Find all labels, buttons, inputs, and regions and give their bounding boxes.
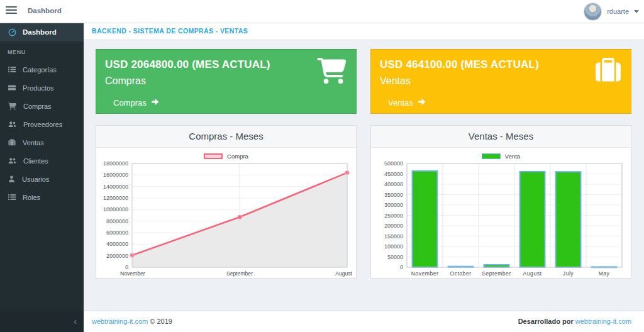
compras-link-label: Compras bbox=[113, 98, 147, 108]
footer-developer-link[interactable]: webtraining-it.com bbox=[575, 318, 631, 325]
ventas-title: Ventas bbox=[380, 75, 622, 87]
legend-swatch bbox=[204, 153, 223, 159]
svg-text:August: August bbox=[335, 270, 352, 277]
suitcase-icon bbox=[595, 58, 621, 86]
top-navbar: Dashbord rduarte bbox=[0, 0, 644, 23]
info-box-row: USD 2064800.00 (MES ACTUAL) Compras Comp… bbox=[96, 49, 631, 114]
ventas-link[interactable]: Ventas bbox=[388, 98, 426, 108]
user-menu[interactable]: rduarte bbox=[584, 0, 639, 23]
app-title: Dashbord bbox=[28, 7, 62, 14]
sidebar-item-usuarios[interactable]: Usuarios bbox=[0, 170, 84, 188]
footer-copyright: © 2019 bbox=[150, 318, 172, 325]
svg-text:250000: 250000 bbox=[384, 213, 402, 219]
svg-text:150000: 150000 bbox=[384, 233, 402, 240]
hamburger-icon[interactable] bbox=[6, 6, 17, 15]
svg-text:September: September bbox=[226, 270, 252, 277]
sidebar-item-proveedores[interactable]: Proveedores bbox=[0, 115, 84, 133]
chart-legend: Compra bbox=[96, 152, 356, 160]
caret-down-icon bbox=[634, 10, 639, 13]
content: USD 2064800.00 (MES ACTUAL) Compras Comp… bbox=[84, 40, 644, 311]
svg-text:350000: 350000 bbox=[384, 192, 402, 198]
sidebar-item-dashboard[interactable]: Dashbord bbox=[0, 23, 84, 42]
svg-text:300000: 300000 bbox=[384, 202, 402, 208]
footer-right: Desarrollado por webtraining-it.com bbox=[518, 311, 631, 331]
sidebar-item-clientes[interactable]: Clientes bbox=[0, 152, 84, 170]
footer-left: webtraining-it.com © 2019 bbox=[92, 311, 172, 331]
svg-text:August: August bbox=[523, 270, 541, 277]
svg-text:8000000: 8000000 bbox=[106, 218, 128, 224]
user-icon bbox=[8, 175, 15, 182]
panel-body: Venta 0500001000001500002000002500003000… bbox=[371, 148, 631, 279]
sidebar-item-label: Categorías bbox=[23, 66, 57, 74]
footer: webtraining-it.com © 2019 Desarrollado p… bbox=[84, 311, 644, 332]
svg-text:November: November bbox=[120, 270, 145, 277]
info-box-compras: USD 2064800.00 (MES ACTUAL) Compras Comp… bbox=[96, 49, 357, 114]
breadcrumb: BACKEND - SISTEMA DE COMPRAS - VENTAS bbox=[84, 23, 644, 40]
arrow-right-icon bbox=[151, 98, 160, 108]
compras-title: Compras bbox=[105, 75, 347, 87]
main-area: BACKEND - SISTEMA DE COMPRAS - VENTAS US… bbox=[84, 23, 644, 332]
sidebar-item-productos[interactable]: Productos bbox=[0, 79, 84, 97]
sidebar-item-ventas[interactable]: Ventas bbox=[0, 133, 84, 152]
sidebar: Dashbord MENU Categorías Productos Compr… bbox=[0, 23, 84, 332]
svg-text:16000000: 16000000 bbox=[103, 172, 128, 178]
users-icon bbox=[8, 121, 16, 128]
panel-ventas-meses: Ventas - Meses Venta 0500001000001500002… bbox=[370, 125, 631, 279]
list-icon bbox=[8, 66, 16, 73]
svg-text:18000000: 18000000 bbox=[103, 160, 128, 167]
sidebar-item-roles[interactable]: Roles bbox=[0, 188, 84, 206]
compras-link[interactable]: Compras bbox=[113, 98, 160, 108]
list-icon bbox=[8, 194, 16, 201]
svg-text:100000: 100000 bbox=[384, 243, 402, 250]
sidebar-item-label: Compras bbox=[23, 102, 52, 110]
panel-compras-meses: Compras - Meses Compra 02000000400000060… bbox=[96, 125, 357, 279]
svg-text:50000: 50000 bbox=[387, 254, 402, 260]
footer-developed-by: Desarrollado por bbox=[518, 318, 574, 325]
svg-text:May: May bbox=[598, 270, 609, 277]
chevron-left-icon[interactable]: ‹ bbox=[74, 316, 77, 326]
sidebar-item-label: Usuarios bbox=[22, 175, 49, 183]
compras-line-chart: 0200000040000006000000800000010000000120… bbox=[99, 160, 353, 279]
sidebar-item-compras[interactable]: Compras bbox=[0, 97, 84, 115]
panel-title: Ventas - Meses bbox=[371, 126, 631, 148]
svg-text:6000000: 6000000 bbox=[106, 230, 128, 236]
svg-text:2000000: 2000000 bbox=[106, 253, 128, 259]
legend-swatch bbox=[482, 153, 501, 159]
cart-icon bbox=[8, 102, 16, 110]
svg-text:14000000: 14000000 bbox=[103, 184, 128, 190]
ventas-link-label: Ventas bbox=[388, 98, 413, 108]
svg-text:0: 0 bbox=[125, 264, 128, 270]
svg-text:July: July bbox=[562, 270, 573, 277]
panel-body: Compra 020000004000000600000080000001000… bbox=[96, 148, 356, 279]
panel-title: Compras - Meses bbox=[96, 126, 356, 148]
sidebar-footer: ‹ bbox=[0, 311, 84, 332]
svg-text:12000000: 12000000 bbox=[103, 195, 128, 201]
sidebar-item-label: Roles bbox=[23, 194, 40, 201]
ventas-amount: USD 464100.00 (MES ACTUAL) bbox=[380, 58, 622, 71]
suitcase-icon bbox=[8, 139, 16, 146]
sidebar-item-label: Dashbord bbox=[23, 28, 57, 36]
avatar bbox=[584, 3, 602, 21]
svg-text:200000: 200000 bbox=[384, 223, 402, 229]
arrow-right-icon bbox=[418, 98, 426, 108]
sidebar-menu-header: MENU bbox=[0, 42, 84, 60]
svg-text:500000: 500000 bbox=[384, 160, 402, 167]
sidebar-item-label: Proveedores bbox=[23, 121, 62, 128]
cart-icon bbox=[317, 58, 347, 86]
svg-text:0: 0 bbox=[399, 264, 402, 270]
user-name: rduarte bbox=[607, 8, 629, 15]
gauge-icon bbox=[8, 28, 16, 36]
sidebar-item-label: Clientes bbox=[23, 157, 48, 165]
ventas-bar-chart: 0500001000001500002000002500003000003500… bbox=[374, 160, 628, 279]
info-box-ventas: USD 464100.00 (MES ACTUAL) Ventas Ventas bbox=[370, 49, 631, 114]
svg-text:10000000: 10000000 bbox=[103, 206, 128, 213]
users-icon bbox=[8, 157, 16, 164]
sidebar-item-label: Productos bbox=[23, 84, 54, 92]
svg-text:450000: 450000 bbox=[384, 171, 402, 177]
svg-text:4000000: 4000000 bbox=[106, 241, 128, 247]
sidebar-item-categorias[interactable]: Categorías bbox=[0, 60, 84, 79]
footer-site-link[interactable]: webtraining-it.com bbox=[92, 318, 148, 325]
svg-text:400000: 400000 bbox=[384, 181, 402, 187]
svg-text:October: October bbox=[450, 270, 471, 277]
stacked-bars-icon bbox=[8, 84, 16, 91]
